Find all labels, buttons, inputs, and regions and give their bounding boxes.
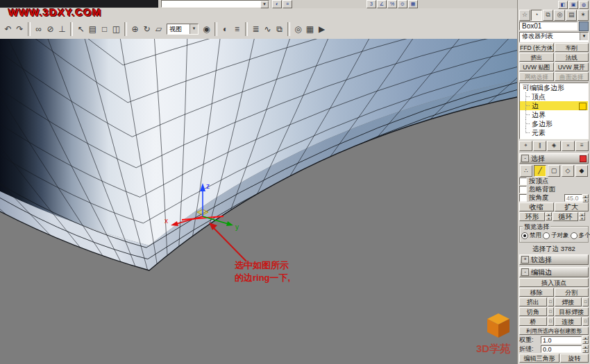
- undo-icon[interactable]: ↶: [2, 22, 14, 37]
- stack-subobject-item[interactable]: 多边形: [520, 119, 588, 128]
- ring-spinner[interactable]: ▴▾: [546, 212, 552, 220]
- soft-selection-rollout-header[interactable]: + 软选择: [519, 254, 589, 265]
- tab-display-icon[interactable]: ▤: [566, 10, 577, 21]
- scale-icon[interactable]: ▱: [153, 22, 165, 37]
- angle-spinner[interactable]: ▴▾: [582, 194, 589, 202]
- tab-motion-icon[interactable]: ◎: [554, 10, 565, 21]
- perspective-viewport[interactable]: z x y 选中如图所示 的边ring一下, 3D学苑: [0, 39, 517, 364]
- collapse-icon[interactable]: -: [521, 155, 529, 162]
- region-select-icon[interactable]: □: [99, 22, 110, 37]
- ring-button[interactable]: 环形: [519, 212, 545, 221]
- chevron-down-icon[interactable]: ▼: [260, 1, 269, 8]
- edit-edges-button[interactable]: 挤出: [519, 297, 547, 306]
- weight-spinner[interactable]: ▴▾: [582, 336, 589, 344]
- loop-button[interactable]: 循环: [553, 212, 578, 221]
- settings-box-icon[interactable]: □: [582, 297, 589, 306]
- modifier-button[interactable]: 车削: [555, 43, 589, 52]
- ref-coord-dropdown[interactable]: 视图▼: [167, 24, 199, 35]
- modifier-button[interactable]: UVW 贴图: [519, 62, 554, 71]
- tab-hierarchy-icon[interactable]: ⧉: [543, 10, 554, 21]
- angle-value-field[interactable]: 45.0: [564, 194, 582, 202]
- crease-spinner[interactable]: ▴▾: [582, 345, 589, 353]
- stack-subobject-item[interactable]: 边: [520, 101, 588, 110]
- select-object-icon[interactable]: ↖: [75, 22, 87, 37]
- stack-root-item[interactable]: 可编辑多边形: [520, 83, 588, 92]
- layer-manager-icon[interactable]: ≣: [250, 22, 262, 37]
- material-editor-icon[interactable]: ◎: [292, 22, 304, 37]
- window-crossing-icon[interactable]: ◫: [110, 22, 122, 37]
- edit-edges-button[interactable]: 连接: [555, 317, 582, 326]
- grow-button[interactable]: 扩大: [555, 202, 589, 211]
- insert-vertex-button[interactable]: 插入顶点: [519, 278, 589, 287]
- preview-radio[interactable]: [543, 232, 550, 239]
- mirror-icon[interactable]: ◐: [219, 22, 231, 37]
- modifier-stack-list[interactable]: 可编辑多边形顶点边边界多边形元素: [519, 83, 589, 139]
- named-selection-set-combo[interactable]: ▼: [161, 0, 269, 8]
- edit-edges-button[interactable]: 目标焊接: [555, 307, 589, 316]
- render-setup-icon[interactable]: ▦: [304, 22, 316, 37]
- render-state-icon[interactable]: ▣: [568, 1, 578, 9]
- bind-spacewarp-icon[interactable]: ⊥: [56, 22, 68, 37]
- snap-percent-icon[interactable]: %: [387, 0, 397, 8]
- pin-stack-icon[interactable]: ⌖: [519, 141, 532, 151]
- unlink-icon[interactable]: ⊘: [44, 22, 56, 37]
- align-icon[interactable]: ≡: [283, 0, 292, 8]
- tab-modify-icon[interactable]: ◔: [531, 10, 542, 21]
- schematic-view-icon[interactable]: ⧉: [273, 22, 285, 37]
- edit-edges-button[interactable]: 焊接: [555, 297, 582, 306]
- edit-edges-button[interactable]: 分割: [555, 288, 589, 297]
- edge-icon[interactable]: ╱: [534, 165, 546, 177]
- weight-field[interactable]: 1.0: [541, 336, 582, 344]
- teapot-icon[interactable]: ◍: [579, 1, 589, 9]
- snap-angle-icon[interactable]: ∠: [377, 0, 387, 8]
- stack-subobject-item[interactable]: 元素: [520, 128, 588, 137]
- modifier-button[interactable]: 挤出: [519, 53, 554, 62]
- preview-radio[interactable]: [571, 232, 578, 239]
- modifier-button[interactable]: 法线: [555, 53, 589, 62]
- quick-render-icon[interactable]: ▶: [316, 22, 328, 37]
- settings-box-icon[interactable]: □: [548, 297, 554, 306]
- snap-3d-icon[interactable]: 3: [366, 0, 376, 8]
- snap-spinner-icon[interactable]: ⊙: [398, 0, 407, 8]
- mirror-icon[interactable]: ◐: [272, 0, 282, 8]
- selection-rollout-header[interactable]: - 选择: [519, 153, 589, 164]
- select-by-name-icon[interactable]: ▤: [87, 22, 99, 37]
- element-icon[interactable]: ◆: [575, 165, 588, 177]
- shrink-button[interactable]: 收缩: [519, 202, 554, 211]
- chevron-down-icon[interactable]: ▼: [580, 33, 588, 40]
- stack-subobject-item[interactable]: 顶点: [520, 92, 588, 101]
- show-end-result-icon[interactable]: ∥: [533, 141, 546, 151]
- modifier-button[interactable]: UVW 展开: [555, 62, 589, 71]
- object-name-field[interactable]: Box01: [519, 21, 578, 31]
- collapse-icon[interactable]: -: [521, 268, 529, 276]
- by-vertex-checkbox[interactable]: [519, 177, 527, 185]
- render-shortcut-icon[interactable]: ◧: [558, 1, 568, 9]
- polygon-icon[interactable]: ◇: [562, 165, 574, 177]
- move-icon[interactable]: ⊕: [129, 22, 141, 37]
- use-center-icon[interactable]: ◉: [201, 22, 212, 37]
- tab-utilities-icon[interactable]: ✶: [578, 10, 589, 21]
- create-shape-button[interactable]: 利用所选内容创建图形: [519, 327, 589, 335]
- expand-icon[interactable]: +: [521, 256, 529, 263]
- vertex-icon[interactable]: ∴: [520, 165, 532, 177]
- select-link-icon[interactable]: ∞: [33, 22, 44, 37]
- align-icon[interactable]: ≡: [231, 22, 243, 37]
- redo-icon[interactable]: ↷: [14, 22, 26, 37]
- make-unique-icon[interactable]: ◈: [547, 141, 560, 151]
- settings-box-icon[interactable]: □: [548, 317, 554, 326]
- settings-box-icon[interactable]: □: [548, 307, 554, 316]
- configure-sets-icon[interactable]: ≡: [575, 141, 589, 151]
- modifier-button[interactable]: 网格选择: [519, 72, 554, 81]
- viewport-canvas[interactable]: z x y 选中如图所示 的边ring一下, 3D学苑: [0, 39, 517, 364]
- edit-edges-button[interactable]: 桥: [519, 317, 547, 326]
- object-color-swatch[interactable]: [579, 21, 589, 31]
- turn-button[interactable]: 旋转: [560, 354, 589, 363]
- edit-edges-button[interactable]: 移除: [519, 288, 554, 297]
- rotate-icon[interactable]: ↻: [141, 22, 153, 37]
- modifier-button[interactable]: FFD (长方体): [519, 43, 554, 52]
- stack-subobject-item[interactable]: 边界: [520, 110, 588, 119]
- edit-edges-rollout-header[interactable]: - 编辑边: [519, 267, 589, 277]
- by-angle-checkbox[interactable]: [519, 194, 527, 202]
- crease-field[interactable]: 0.0: [541, 345, 582, 353]
- edit-triangle-button[interactable]: 编辑三角形: [519, 354, 559, 363]
